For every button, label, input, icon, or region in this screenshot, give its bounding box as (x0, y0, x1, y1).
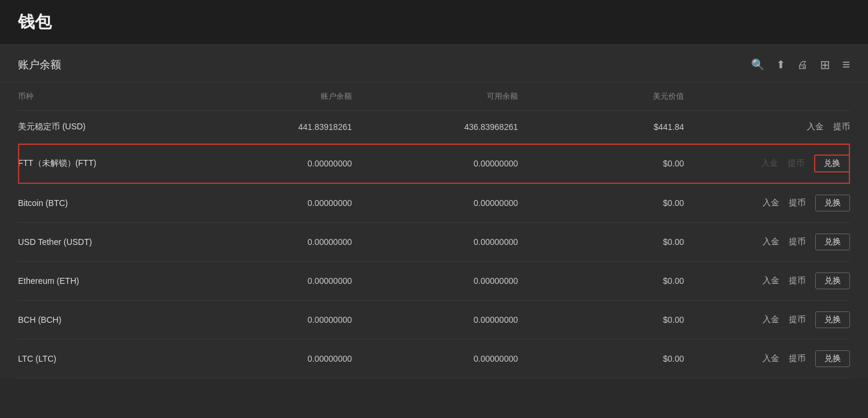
convert-btn-usdt[interactable]: 兑换 (815, 234, 850, 250)
table-row: BCH (BCH)0.000000000.00000000$0.00入金提币兑换 (18, 301, 850, 340)
table-row: Bitcoin (BTC)0.000000000.00000000$0.00入金… (18, 184, 850, 223)
usd-value-usd: $441.84 (518, 122, 684, 132)
currency-eth: Ethereum (ETH) (18, 276, 186, 286)
table-row: USD Tether (USDT)0.000000000.00000000$0.… (18, 223, 850, 262)
actions-bch: 入金提币兑换 (684, 311, 850, 328)
currency-ftt: FTT（未解锁）(FTT) (18, 158, 186, 169)
currency-usd: 美元稳定币 (USD) (18, 122, 186, 132)
withdraw-btn-usdt[interactable]: 提币 (789, 237, 806, 247)
section-header: 账户余额 🔍 ⬆ 🖨 ⊞ ≡ (0, 45, 868, 83)
filter-icon[interactable]: ≡ (842, 57, 850, 72)
available-usdt: 0.00000000 (352, 237, 518, 247)
withdraw-btn-ltc[interactable]: 提币 (789, 353, 806, 364)
page-title-bar: 钱包 (0, 0, 868, 45)
deposit-btn-usd[interactable]: 入金 (807, 122, 824, 132)
table-header: 币种 账户余额 可用余额 美元价值 (18, 83, 850, 111)
deposit-btn-ltc[interactable]: 入金 (762, 353, 779, 364)
page-title: 钱包 (18, 11, 850, 34)
actions-usd: 入金提币 (684, 122, 850, 132)
withdraw-btn-ftt: 提币 (788, 158, 804, 169)
withdraw-btn-usd[interactable]: 提币 (833, 122, 850, 132)
usd-value-bch: $0.00 (518, 315, 684, 325)
table-rows: 美元稳定币 (USD)441.83918261436.83968261$441.… (18, 111, 850, 378)
currency-bch: BCH (BCH) (18, 315, 186, 325)
print-icon[interactable]: 🖨 (797, 59, 808, 71)
section-title: 账户余额 (18, 57, 61, 72)
header-available: 可用余额 (352, 91, 518, 102)
withdraw-btn-bch[interactable]: 提币 (789, 314, 806, 325)
balance-usd: 441.83918261 (186, 122, 352, 132)
actions-usdt: 入金提币兑换 (684, 234, 850, 250)
convert-btn-ltc[interactable]: 兑换 (815, 350, 850, 367)
deposit-btn-ftt: 入金 (761, 158, 778, 169)
withdraw-btn-btc[interactable]: 提币 (789, 198, 806, 208)
table-row: FTT（未解锁）(FTT)0.000000000.00000000$0.00入金… (18, 144, 850, 184)
usd-value-eth: $0.00 (518, 276, 684, 286)
download-icon[interactable]: ⬆ (776, 58, 785, 71)
convert-btn-btc[interactable]: 兑换 (815, 195, 850, 211)
usd-value-usdt: $0.00 (518, 237, 684, 247)
convert-btn-ftt[interactable]: 兑换 (814, 155, 850, 172)
deposit-btn-eth[interactable]: 入金 (762, 275, 779, 286)
header-balance: 账户余额 (186, 91, 352, 102)
balance-btc: 0.00000000 (186, 198, 352, 208)
usd-value-ftt: $0.00 (518, 159, 684, 168)
available-ftt: 0.00000000 (352, 159, 518, 168)
available-usd: 436.83968261 (352, 122, 518, 132)
balance-usdt: 0.00000000 (186, 237, 352, 247)
available-ltc: 0.00000000 (352, 354, 518, 364)
actions-eth: 入金提币兑换 (684, 272, 850, 289)
actions-btc: 入金提币兑换 (684, 195, 850, 211)
convert-btn-bch[interactable]: 兑换 (815, 311, 850, 328)
table-row: Ethereum (ETH)0.000000000.00000000$0.00入… (18, 262, 850, 301)
convert-btn-eth[interactable]: 兑换 (815, 272, 850, 289)
table-row: LTC (LTC)0.000000000.00000000$0.00入金提币兑换 (18, 340, 850, 378)
header-usd-value: 美元价值 (518, 91, 684, 102)
header-actions (684, 91, 850, 102)
available-btc: 0.00000000 (352, 198, 518, 208)
actions-ftt: 入金提币兑换 (684, 155, 850, 172)
actions-ltc: 入金提币兑换 (684, 350, 850, 367)
currency-usdt: USD Tether (USDT) (18, 237, 186, 247)
balance-ftt: 0.00000000 (186, 159, 352, 168)
header-icons: 🔍 ⬆ 🖨 ⊞ ≡ (751, 57, 850, 72)
usd-value-ltc: $0.00 (518, 354, 684, 364)
currency-ltc: LTC (LTC) (18, 354, 186, 364)
table-row: 美元稳定币 (USD)441.83918261436.83968261$441.… (18, 111, 850, 144)
available-eth: 0.00000000 (352, 276, 518, 286)
balance-eth: 0.00000000 (186, 276, 352, 286)
deposit-btn-usdt[interactable]: 入金 (762, 237, 779, 247)
header-currency: 币种 (18, 91, 186, 102)
usd-value-btc: $0.00 (518, 198, 684, 208)
table-container: 币种 账户余额 可用余额 美元价值 美元稳定币 (USD)441.8391826… (0, 83, 868, 378)
balance-bch: 0.00000000 (186, 315, 352, 325)
search-icon[interactable]: 🔍 (751, 58, 764, 71)
main-content: 账户余额 🔍 ⬆ 🖨 ⊞ ≡ 币种 账户余额 可用余额 美元价值 美元稳定币 (… (0, 45, 868, 378)
currency-btc: Bitcoin (BTC) (18, 198, 186, 208)
grid-icon[interactable]: ⊞ (820, 57, 830, 72)
withdraw-btn-eth[interactable]: 提币 (789, 275, 806, 286)
deposit-btn-btc[interactable]: 入金 (762, 198, 779, 208)
deposit-btn-bch[interactable]: 入金 (762, 314, 779, 325)
balance-ltc: 0.00000000 (186, 354, 352, 364)
available-bch: 0.00000000 (352, 315, 518, 325)
